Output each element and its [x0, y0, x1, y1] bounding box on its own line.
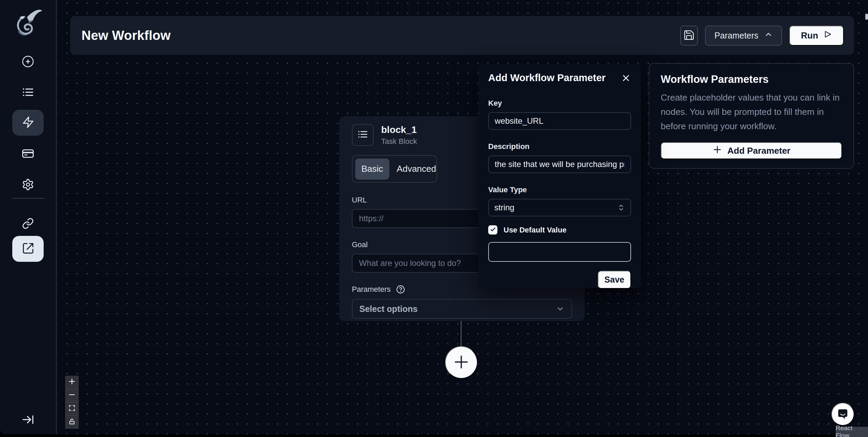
run-button-label: Run	[801, 30, 818, 41]
add-parameter-label: Add Parameter	[728, 146, 791, 156]
sidebar	[0, 0, 57, 434]
add-parameter-button[interactable]: Add Parameter	[661, 142, 842, 159]
key-input[interactable]	[488, 112, 631, 130]
plus-icon	[452, 353, 470, 372]
header-actions: Parameters Run	[680, 26, 844, 46]
react-flow-attribution[interactable]: React Flow	[836, 427, 868, 437]
collapse-arrow-icon	[21, 413, 34, 427]
credit-card-icon	[22, 147, 34, 161]
description-input[interactable]	[488, 155, 631, 173]
workflow-parameters-panel: Workflow Parameters Create placeholder v…	[649, 63, 854, 169]
fit-view-button[interactable]	[65, 402, 79, 416]
plus-circle-icon	[22, 55, 34, 69]
chevron-up-icon	[764, 30, 773, 41]
description-label: Description	[488, 142, 631, 151]
plus-icon	[713, 145, 722, 157]
sidebar-item-integrations[interactable]	[22, 217, 34, 231]
use-default-label: Use Default Value	[504, 226, 567, 235]
page-scrollbar-thumb[interactable]	[865, 14, 868, 20]
sidebar-item-workflows[interactable]	[12, 110, 44, 136]
sidebar-item-create[interactable]	[22, 55, 34, 69]
skyvern-logo[interactable]	[12, 7, 44, 40]
lock-button[interactable]	[65, 416, 79, 429]
fit-view-icon	[69, 405, 75, 413]
tab-advanced[interactable]: Advanced	[391, 159, 443, 180]
value-type-value: string	[494, 203, 514, 212]
default-value-input[interactable]	[488, 242, 631, 262]
add-parameter-modal: Add Workflow Parameter Key Description V…	[478, 64, 641, 288]
node-icon-box	[352, 124, 374, 146]
minus-icon	[68, 391, 76, 400]
parameters-select[interactable]: Select options	[352, 299, 572, 319]
app-window: New Workflow Parameters Run	[0, 0, 868, 434]
parameters-dropdown-button[interactable]: Parameters	[705, 26, 782, 46]
close-icon[interactable]	[621, 73, 631, 85]
parameters-button-label: Parameters	[714, 31, 758, 41]
key-label: Key	[488, 99, 631, 108]
link-icon	[22, 217, 34, 231]
modal-save-button[interactable]: Save	[598, 271, 631, 289]
check-icon	[490, 226, 496, 234]
external-link-icon	[22, 242, 34, 256]
value-type-select[interactable]: string	[488, 199, 631, 216]
dragon-logo-icon	[12, 7, 44, 40]
node-edge-line	[461, 321, 462, 346]
chevrons-up-down-icon	[617, 204, 625, 211]
panel-description: Create placeholder values that you can l…	[661, 90, 842, 133]
use-default-checkbox[interactable]	[488, 225, 497, 235]
node-title: block_1	[381, 124, 417, 136]
run-button[interactable]: Run	[789, 26, 844, 46]
node-tabs: Basic Advanced	[352, 155, 437, 183]
list-icon	[357, 129, 368, 141]
page-title: New Workflow	[81, 28, 170, 43]
value-type-label: Value Type	[488, 185, 631, 194]
list-icon	[22, 86, 34, 100]
save-icon	[683, 29, 695, 42]
gear-icon	[22, 178, 34, 192]
parameters-label: Parameters	[352, 285, 391, 294]
chat-bubble-icon	[836, 407, 850, 422]
sidebar-divider	[12, 198, 44, 199]
workflow-header: New Workflow Parameters Run	[70, 16, 854, 55]
sidebar-item-settings[interactable]	[22, 178, 34, 192]
chat-launcher-button[interactable]	[831, 403, 854, 426]
node-subtitle: Task Block	[381, 137, 417, 146]
node-titles: block_1 Task Block	[381, 124, 417, 146]
lightning-icon	[22, 116, 34, 130]
parameters-select-value: Select options	[359, 304, 418, 314]
plus-icon	[68, 378, 76, 387]
sidebar-expand-button[interactable]	[21, 413, 34, 427]
sidebar-item-billing[interactable]	[22, 147, 34, 161]
play-icon	[823, 30, 832, 41]
tab-basic[interactable]: Basic	[355, 159, 389, 180]
lock-open-icon	[69, 419, 75, 426]
zoom-out-button[interactable]	[65, 389, 79, 402]
sidebar-item-editor[interactable]	[12, 236, 44, 262]
save-button[interactable]	[680, 26, 698, 46]
panel-title: Workflow Parameters	[661, 73, 842, 86]
zoom-in-button[interactable]	[65, 376, 79, 389]
modal-title: Add Workflow Parameter	[488, 72, 605, 84]
add-node-button[interactable]	[445, 346, 478, 379]
chevron-down-icon	[556, 304, 565, 313]
help-circle-icon[interactable]	[396, 285, 405, 294]
canvas-controls	[65, 376, 79, 429]
sidebar-item-runs[interactable]	[22, 86, 34, 100]
